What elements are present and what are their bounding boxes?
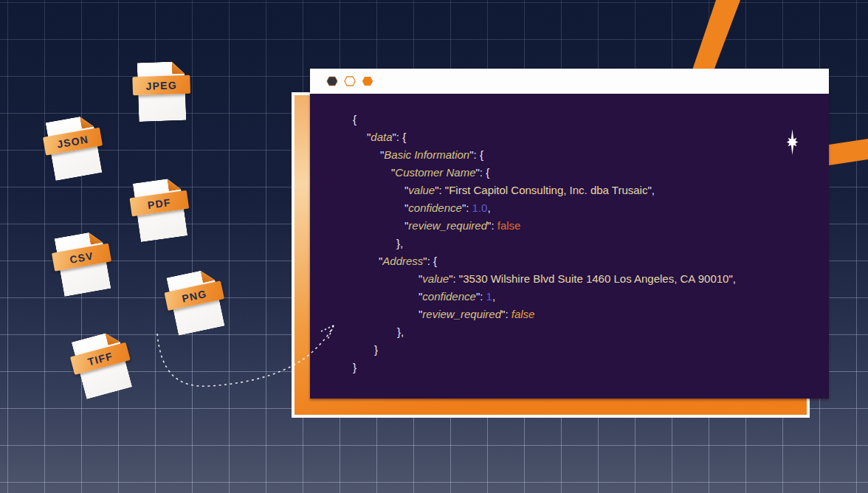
- code-token: 3530 Wilshire Blvd Suite 1460 Los Angele…: [463, 272, 728, 285]
- folded-corner-icon: [80, 114, 94, 129]
- code-line: "data": {: [353, 128, 829, 146]
- code-line: "confidence": 1,: [353, 288, 829, 306]
- code-token: }: [353, 361, 356, 373]
- window-control-hexagon-orange-icon: [362, 76, 373, 86]
- window-control-hexagon-outline-icon: [344, 76, 356, 86]
- file-format-label: PDF: [147, 196, 172, 211]
- code-token: false: [497, 219, 521, 232]
- file-icon-pdf: PDF: [133, 177, 188, 242]
- code-token: ": {: [476, 166, 490, 179]
- code-token: ,: [492, 290, 495, 303]
- window-titlebar: [310, 69, 829, 94]
- code-token: ":: [501, 308, 512, 320]
- file-format-label: JSON: [56, 133, 89, 150]
- code-token: confidence: [422, 290, 476, 303]
- code-line: }: [353, 341, 829, 359]
- file-format-label: JPEG: [145, 79, 177, 92]
- code-line: {: [353, 111, 829, 128]
- folded-corner-icon: [172, 61, 185, 75]
- code-line: "review_required": false: [353, 217, 829, 235]
- file-format-label: PNG: [181, 287, 208, 304]
- code-token: ,: [487, 201, 490, 214]
- code-lines: {"data": {"Basic Information": {"Custome…: [310, 94, 829, 376]
- code-line: "Customer Name": {: [353, 164, 829, 182]
- sparkle-icon: [785, 128, 799, 156]
- code-line: },: [353, 235, 829, 252]
- folded-corner-icon: [167, 177, 181, 191]
- code-token: First Capitol Consulting, Inc. dba Trusa…: [449, 184, 647, 196]
- code-token: ": {: [393, 131, 407, 143]
- code-token: 1.0: [472, 201, 488, 214]
- code-token: ": {: [423, 255, 437, 267]
- code-line: "confidence": 1.0,: [353, 199, 829, 217]
- code-token: review_required: [408, 219, 487, 232]
- code-token: confidence: [408, 201, 462, 214]
- code-token: }: [374, 343, 378, 356]
- code-token: value: [408, 184, 435, 196]
- code-token: data: [371, 131, 392, 143]
- code-line: "value": "3530 Wilshire Blvd Suite 1460 …: [353, 270, 829, 288]
- code-line: "review_required": false: [353, 306, 829, 323]
- code-token: Customer Name: [395, 166, 475, 179]
- code-token: ": ": [449, 272, 463, 285]
- code-token: ": ": [435, 184, 449, 196]
- code-token: Address: [382, 255, 423, 267]
- illustration-canvas: JPEG JSON PDF CSV PNG TIFF: [0, 0, 868, 493]
- code-token: 1: [486, 290, 492, 303]
- file-icon-jpeg: JPEG: [137, 61, 187, 122]
- code-token: },: [397, 325, 404, 338]
- code-token: ",: [728, 272, 736, 285]
- orange-stripe-right-icon: [829, 139, 868, 165]
- code-line: }: [353, 359, 829, 376]
- file-format-label: TIFF: [86, 350, 114, 368]
- code-line: },: [353, 323, 829, 341]
- code-token: ":: [476, 290, 486, 303]
- file-icon-json: JSON: [46, 114, 103, 181]
- code-token: Basic Information: [384, 148, 469, 161]
- file-icon-csv: CSV: [55, 230, 111, 297]
- code-token: ",: [647, 184, 655, 196]
- code-token: ": {: [469, 148, 483, 161]
- code-line: "value": "First Capitol Consulting, Inc.…: [353, 182, 829, 199]
- code-editor-body: {"data": {"Basic Information": {"Custome…: [310, 94, 829, 399]
- code-token: {: [353, 113, 356, 125]
- code-token: review_required: [422, 308, 501, 320]
- code-token: ":: [487, 219, 497, 232]
- file-format-label: CSV: [69, 249, 94, 265]
- code-window: {"data": {"Basic Information": {"Custome…: [310, 69, 829, 399]
- window-control-hexagon-dark-icon: [326, 76, 338, 86]
- code-line: "Basic Information": {: [353, 146, 829, 164]
- folded-corner-icon: [200, 268, 215, 283]
- folded-corner-icon: [89, 230, 103, 245]
- code-token: ":: [462, 201, 472, 214]
- code-line: "Address": {: [353, 252, 829, 270]
- code-token: },: [396, 237, 403, 249]
- code-token: false: [512, 308, 535, 320]
- code-token: value: [422, 272, 449, 285]
- file-format-banner: JPEG: [132, 75, 190, 96]
